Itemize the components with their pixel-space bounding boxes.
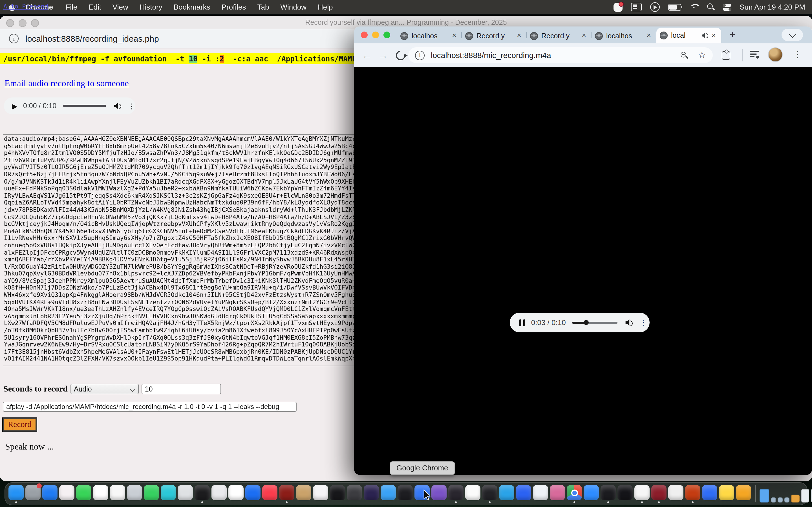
close-button[interactable]	[361, 32, 368, 38]
browser-tab[interactable]: localhos	[592, 28, 656, 43]
tab-close-icon[interactable]	[515, 32, 523, 40]
dock-thumb-window[interactable]	[801, 489, 809, 503]
back-button[interactable]: ←	[362, 50, 371, 60]
dock-icon-finder[interactable]	[8, 485, 24, 503]
dock-icon-news[interactable]	[313, 485, 328, 503]
File[interactable]: File	[60, 3, 83, 11]
dock-icon-music[interactable]	[262, 485, 277, 503]
dock-icon-filezilla[interactable]	[279, 485, 294, 503]
dock-icon-firefox[interactable]	[364, 485, 379, 503]
site-info-icon[interactable]	[9, 34, 18, 43]
dock-icon-dark-app[interactable]	[347, 485, 362, 503]
playback-icon[interactable]	[650, 2, 659, 12]
dock-icon-apple-tv[interactable]	[330, 485, 345, 503]
History[interactable]: History	[134, 3, 168, 11]
tab-audio-icon[interactable]	[702, 33, 708, 38]
Bookmarks[interactable]: Bookmarks	[168, 3, 216, 11]
bookmark-star-icon[interactable]	[698, 51, 706, 60]
seconds-input[interactable]: 10	[142, 384, 221, 394]
dock-icon-telegram[interactable]	[499, 485, 514, 503]
reload-button[interactable]	[394, 48, 407, 62]
tab-search-button[interactable]	[781, 29, 803, 41]
dock-icon-messages[interactable]	[76, 485, 91, 503]
dock-icon-brown-box[interactable]	[296, 485, 311, 503]
pause-icon[interactable]	[519, 319, 525, 326]
View[interactable]: View	[107, 3, 134, 11]
Profiles[interactable]: Profiles	[216, 3, 252, 11]
extensions-icon[interactable]	[722, 51, 730, 60]
dock-icon-orange-app[interactable]	[736, 485, 751, 503]
stray-auto-prepend-link[interactable]: Auto Prepend	[3, 3, 48, 10]
dock-icon-notes[interactable]	[229, 485, 244, 503]
dock-thumb-mini[interactable]	[777, 497, 783, 503]
dock-icon-chrome[interactable]	[567, 485, 582, 503]
dock-icon-dark-red-app[interactable]	[651, 485, 666, 503]
dock-icon-dark-purple-app[interactable]	[448, 485, 463, 503]
minimize-button[interactable]	[18, 19, 27, 27]
Tab[interactable]: Tab	[252, 3, 275, 11]
media-audio-player[interactable]: 0:03 / 0:10	[510, 313, 650, 332]
dock-icon-launchpad[interactable]	[211, 485, 227, 503]
back-window-url[interactable]: localhost:8888/recording_ideas.php	[26, 34, 159, 43]
dock-icon-calendar[interactable]	[110, 485, 125, 503]
dock-icon-gray-app[interactable]	[26, 485, 41, 503]
dock-icon-calendar-19[interactable]	[465, 485, 480, 503]
afplay-command-input[interactable]: afplay -d /Applications/MAMP/htdocs/mic_…	[3, 402, 297, 412]
address-bar[interactable]: localhost:8888/mic_recording.m4a	[408, 47, 713, 63]
dock-icon-stickies[interactable]	[719, 485, 734, 503]
dock-icon-app-store[interactable]	[245, 485, 260, 503]
email-recording-link[interactable]: Email audio recording to someone	[4, 78, 129, 89]
new-tab-button[interactable]	[727, 29, 738, 41]
dock-icon-opera[interactable]	[635, 485, 650, 503]
dock-icon-zoom[interactable]	[583, 485, 599, 503]
browser-tab[interactable]: localhos	[397, 28, 462, 43]
play-icon[interactable]: ▶	[12, 102, 17, 110]
browser-menu-icon[interactable]	[793, 48, 802, 61]
forward-button[interactable]: →	[378, 50, 388, 60]
Window[interactable]: Window	[275, 3, 312, 11]
dock-thumb-mini[interactable]	[771, 497, 776, 503]
battery-icon[interactable]	[668, 4, 681, 10]
dock-thumb-blue-document[interactable]	[760, 489, 769, 503]
media-type-select[interactable]: Audio	[70, 384, 139, 394]
dock-icon-blue-v-app[interactable]	[702, 485, 717, 503]
dock-icon-photos[interactable]	[59, 485, 74, 503]
Help[interactable]: Help	[312, 3, 339, 11]
dock-thumb-stack[interactable]	[791, 495, 800, 503]
zoom-button[interactable]	[384, 32, 390, 38]
browser-tab[interactable]: Record y	[462, 28, 527, 43]
record-button[interactable]: Record	[3, 418, 37, 432]
dock-icon-folder-app[interactable]	[533, 485, 548, 503]
tab-close-icon[interactable]	[580, 32, 588, 40]
dock-icon-photos-alt[interactable]	[93, 485, 108, 503]
Edit[interactable]: Edit	[83, 3, 107, 11]
dock-icon-white-app[interactable]	[668, 485, 683, 503]
dock-icon-terminal[interactable]	[482, 485, 497, 503]
menu-bar-clock[interactable]: Sun Apr 19 4:20 PM	[740, 3, 805, 11]
dock-icon-facetime[interactable]	[144, 485, 159, 503]
dock-icon-safari[interactable]	[380, 485, 396, 503]
dock-icon-palette[interactable]	[550, 485, 565, 503]
close-button[interactable]	[6, 19, 14, 27]
window-controls-inactive[interactable]	[6, 19, 39, 27]
dock-thumb-window[interactable]	[811, 489, 812, 503]
menubar-app-icon[interactable]	[613, 3, 622, 11]
minimize-button[interactable]	[372, 32, 379, 38]
dock-icon-github[interactable]	[601, 485, 616, 503]
volume-icon[interactable]	[114, 103, 121, 109]
audio-seek-slider[interactable]	[573, 321, 618, 324]
tab-close-icon[interactable]	[709, 31, 718, 40]
url-text[interactable]: localhost:8888/mic_recording.m4a	[431, 51, 680, 60]
browser-tab[interactable]: Record y	[527, 28, 592, 43]
page-audio-player[interactable]: ▶ 0:00 / 0:10	[4, 98, 135, 114]
zoom-out-icon[interactable]	[680, 52, 688, 59]
audio-menu-icon[interactable]	[640, 319, 647, 326]
dock-icon-mail[interactable]	[42, 485, 57, 503]
tab-close-icon[interactable]	[450, 32, 458, 40]
profile-avatar[interactable]	[768, 47, 783, 62]
dock-icon-teal-app[interactable]	[161, 485, 176, 503]
dock-icon-gray-app-2[interactable]	[177, 485, 193, 503]
control-center-icon[interactable]	[723, 3, 731, 11]
tab-close-icon[interactable]	[645, 32, 653, 40]
spotlight-search-icon[interactable]	[707, 3, 714, 11]
